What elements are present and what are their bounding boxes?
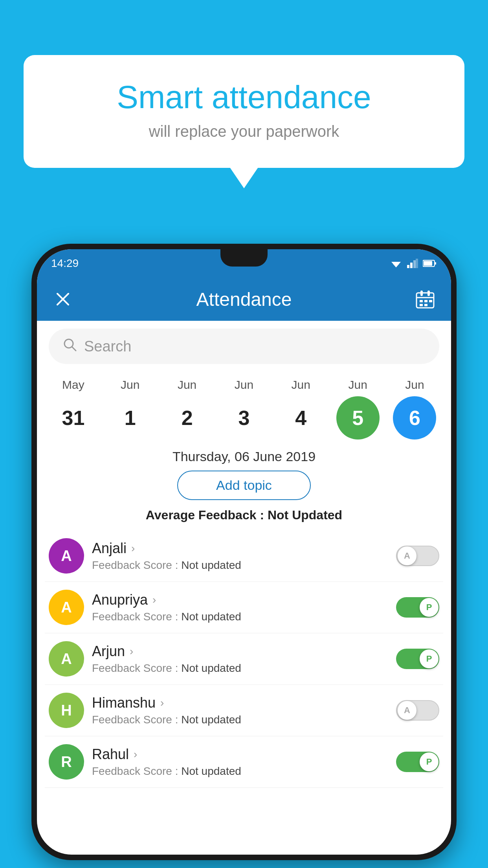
attendance-toggle[interactable]: A xyxy=(396,546,439,566)
feedback-score: Feedback Score : Not updated xyxy=(92,611,388,623)
wifi-icon xyxy=(390,259,402,268)
student-info: Arjun ›Feedback Score : Not updated xyxy=(92,643,388,675)
battery-icon xyxy=(423,259,437,267)
student-info: Rahul ›Feedback Score : Not updated xyxy=(92,746,388,778)
calendar-day-item[interactable]: Jun1 xyxy=(105,378,156,440)
attendance-toggle[interactable]: P xyxy=(396,597,439,618)
status-bar: 14:29 xyxy=(37,249,451,278)
signal-icon xyxy=(407,259,418,268)
speech-bubble-container: Smart attendance will replace your paper… xyxy=(24,55,464,168)
cal-month-label: Jun xyxy=(405,378,424,392)
toggle-thumb: A xyxy=(398,701,416,720)
cal-month-label: Jun xyxy=(235,378,253,392)
student-avatar: A xyxy=(49,538,84,574)
status-time: 14:29 xyxy=(51,257,79,270)
student-avatar: R xyxy=(49,744,84,780)
app-bar-title: Attendance xyxy=(196,289,292,310)
status-icons xyxy=(390,259,437,268)
cal-month-label: Jun xyxy=(292,378,310,392)
cal-day-number: 4 xyxy=(279,396,323,440)
cal-month-label: Jun xyxy=(348,378,367,392)
student-avatar: H xyxy=(49,693,84,728)
feedback-score: Feedback Score : Not updated xyxy=(92,559,388,572)
cal-day-number: 1 xyxy=(108,396,152,440)
search-placeholder: Search xyxy=(84,338,131,355)
cal-month-label: Jun xyxy=(121,378,139,392)
avg-feedback-value: Not Updated xyxy=(268,508,342,522)
chevron-icon: › xyxy=(160,697,164,709)
add-topic-button[interactable]: Add topic xyxy=(177,471,311,500)
close-button[interactable] xyxy=(51,287,75,311)
student-info: Anjali ›Feedback Score : Not updated xyxy=(92,540,388,572)
average-feedback: Average Feedback : Not Updated xyxy=(37,508,451,522)
attendance-toggle[interactable]: A xyxy=(396,700,439,721)
toggle-thumb: P xyxy=(420,598,438,617)
svg-rect-13 xyxy=(420,291,423,296)
calendar-button[interactable] xyxy=(413,287,437,311)
student-name: Arjun › xyxy=(92,643,388,660)
search-container[interactable]: Search xyxy=(49,329,439,364)
svg-line-21 xyxy=(72,347,76,351)
svg-rect-16 xyxy=(424,300,427,302)
student-name: Rahul › xyxy=(92,746,388,763)
cal-month-label: May xyxy=(62,378,84,392)
cal-day-number: 3 xyxy=(222,396,266,440)
cal-day-number: 5 xyxy=(336,396,380,440)
svg-rect-15 xyxy=(420,300,423,302)
toggle-thumb: P xyxy=(420,649,438,668)
calendar-icon xyxy=(415,289,435,309)
speech-bubble-subtitle: will replace your paperwork xyxy=(55,123,433,140)
student-item[interactable]: AArjun ›Feedback Score : Not updatedP xyxy=(45,633,443,685)
cal-month-label: Jun xyxy=(178,378,196,392)
svg-rect-17 xyxy=(429,300,432,302)
chevron-icon: › xyxy=(131,542,135,555)
student-name: Himanshu › xyxy=(92,695,388,711)
svg-rect-4 xyxy=(413,260,416,268)
feedback-score: Feedback Score : Not updated xyxy=(92,714,388,726)
toggle-thumb: A xyxy=(398,546,416,565)
calendar-row: May31Jun1Jun2Jun3Jun4Jun5Jun6 xyxy=(37,372,451,440)
avg-feedback-label: Average Feedback : xyxy=(146,508,268,522)
student-item[interactable]: RRahul ›Feedback Score : Not updatedP xyxy=(45,736,443,788)
student-item[interactable]: AAnupriya ›Feedback Score : Not updatedP xyxy=(45,582,443,633)
student-item[interactable]: HHimanshu ›Feedback Score : Not updatedA xyxy=(45,685,443,736)
attendance-toggle[interactable]: P xyxy=(396,752,439,772)
notch xyxy=(220,249,268,267)
svg-rect-14 xyxy=(427,291,430,296)
student-item[interactable]: AAnjali ›Feedback Score : Not updatedA xyxy=(45,530,443,582)
chevron-icon: › xyxy=(130,645,133,658)
phone-inner: 14:29 xyxy=(37,249,451,855)
speech-bubble-title: Smart attendance xyxy=(55,79,433,116)
svg-rect-19 xyxy=(424,304,427,306)
calendar-day-item[interactable]: Jun6 xyxy=(389,378,440,440)
chevron-icon: › xyxy=(134,748,137,761)
speech-bubble: Smart attendance will replace your paper… xyxy=(24,55,464,168)
calendar-day-item[interactable]: Jun3 xyxy=(218,378,270,440)
cal-day-number: 31 xyxy=(51,396,95,440)
toggle-thumb: P xyxy=(420,752,438,771)
feedback-score: Feedback Score : Not updated xyxy=(92,765,388,778)
feedback-score: Feedback Score : Not updated xyxy=(92,662,388,675)
student-list: AAnjali ›Feedback Score : Not updatedAAA… xyxy=(37,530,451,788)
svg-marker-1 xyxy=(393,264,399,267)
phone-frame: 14:29 xyxy=(31,244,457,860)
search-icon xyxy=(63,338,77,355)
calendar-day-item[interactable]: Jun5 xyxy=(332,378,383,440)
student-avatar: A xyxy=(49,641,84,677)
svg-rect-18 xyxy=(420,304,423,306)
svg-rect-3 xyxy=(410,263,413,268)
calendar-day-item[interactable]: Jun2 xyxy=(161,378,213,440)
student-name: Anjali › xyxy=(92,540,388,557)
svg-rect-8 xyxy=(435,262,436,265)
svg-rect-2 xyxy=(407,265,409,268)
student-info: Himanshu ›Feedback Score : Not updated xyxy=(92,695,388,726)
attendance-toggle[interactable]: P xyxy=(396,649,439,669)
student-info: Anupriya ›Feedback Score : Not updated xyxy=(92,592,388,623)
calendar-day-item[interactable]: Jun4 xyxy=(275,378,327,440)
calendar-day-item[interactable]: May31 xyxy=(48,378,99,440)
chevron-icon: › xyxy=(152,594,156,606)
student-avatar: A xyxy=(49,590,84,625)
student-name: Anupriya › xyxy=(92,592,388,608)
app-bar: Attendance xyxy=(37,278,451,321)
selected-date-label: Thursday, 06 June 2019 xyxy=(37,449,451,464)
